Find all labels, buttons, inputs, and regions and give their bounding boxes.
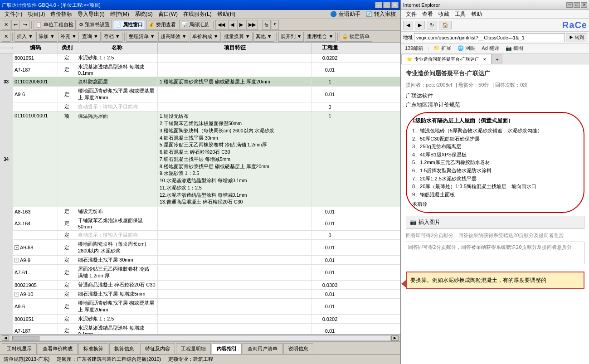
browser-menu-favorites[interactable]: 收藏 [436,10,452,19]
menu-window[interactable]: 窗口(W) [156,10,180,19]
menu-system[interactable]: 系统(S) [132,10,156,19]
menu-import-export[interactable]: 导入导出(I) [75,10,107,19]
table-row[interactable]: 8001651 定 水泥砂浆 1：2.5 0.0202 [0,315,400,324]
menu-file[interactable]: 文件(F) [2,10,25,19]
table-row[interactable]: A7-187 定 水泥基渗透结晶型涂料 每增减0.1mm 0.01 [0,63,400,77]
toolbar-redo-btn[interactable]: ↪ [21,20,29,30]
toolbar2-supplement-btn[interactable]: 补充 ▼ [58,32,79,42]
browser-close-btn[interactable]: ✕ [581,2,587,8]
toolbar2-batch-btn[interactable]: 批量换算 ▼ [222,32,253,42]
toolbar-formula-btn[interactable]: fx [262,20,271,30]
toolbar-prev-btn[interactable]: ◀ [228,20,236,30]
toolbar2-organize-btn[interactable]: 整理清单 ▼ [127,32,157,42]
table-row[interactable]: 34 011001001001 项 保温隔热屋面 1.铺设无纺布2.干铺聚苯乙烯… [0,112,400,207]
toolbar-paragraph-btn[interactable]: ¶ [272,20,279,30]
browser-menu-help[interactable]: 帮助 [468,10,485,19]
expand-icon[interactable]: + [15,245,19,250]
toolbar-next-btn[interactable]: ▶ [237,20,245,30]
table-row[interactable]: A9-6 定 楼地面沥青砂浆找平层 砌或硬基层上 厚度20mm 0.01 [0,299,400,315]
toolbar2-other-btn[interactable]: 其他 ▼ [253,32,274,42]
toolbar2-close-btn[interactable]: ✕ [2,32,10,42]
fav-item-email[interactable]: 139邮箱 [403,44,425,53]
table-row[interactable]: A9-6 定 楼地面沥青砂浆找平层 砌或硬基层上 厚度20mm 0.01 [0,87,400,102]
toolbar2-query-btn[interactable]: 查询 ▼ [80,32,101,42]
table-row[interactable]: 定 自动提示：请输入子目简称 0 [0,231,400,240]
scroll-right-btn[interactable]: ▶ [391,335,399,341]
table-row[interactable]: 8001651 定 水泥砂浆 1：2.5 0.0202 [0,53,400,63]
table-row[interactable]: 80021905 定 普通商品混凝土 碎石粒径20石 C30 0.0303 [0,281,400,290]
browser-refresh-btn[interactable]: ↻ [427,21,437,29]
toolbar-first-btn[interactable]: ◀◀ [215,20,227,30]
browser-back-btn[interactable]: ◀ [403,21,413,29]
table-row[interactable]: + A9-68 定 楼地面陶瓷块料（每块周长cm) 2600以内 水泥砂浆 0.… [0,240,400,256]
tab-content-guide[interactable]: 内容指引 [212,343,242,354]
table-row[interactable]: + A9-9 定 细石混凝土找平层 30mm 0.01 [0,256,400,265]
menu-help[interactable]: 帮助(H) [214,10,239,19]
browser-min-btn[interactable]: ─ [566,2,573,8]
toolbar2-expand-btn[interactable]: 展开到 ▼ [278,32,304,42]
toolbar2-height-btn[interactable]: 超高降效 ▼ [158,32,189,42]
menu-blue-assistant[interactable]: 🔵 蓝语助手 [327,10,363,19]
toolbar-fee-view-btn[interactable]: 💰 费用查看 [146,20,178,30]
table-row[interactable]: A3-164 定 干铺聚苯乙烯泡沫板屋面保温50mm 0.01 [0,216,400,231]
tab-query-list[interactable]: 查询用户清单 [243,343,282,354]
address-input[interactable] [414,33,565,42]
browser-max-btn[interactable]: □ [574,2,580,8]
table-row[interactable]: A7-61 定 屋面冷贴三元乙丙橡胶卷材 冷贴 满铺 1.2mm厚 0.01 [0,265,400,281]
toolbar-selfcheck-btn[interactable]: 📋 单位工程自检 [34,20,76,30]
table-row[interactable]: 33 011002006001 块料防腐面层 1.楼地面沥青砂浆找平层 砌或硬基… [0,77,400,87]
browser-menu-view[interactable]: 查看 [419,10,436,19]
fav-item-expand[interactable]: 📁 扩展 [432,44,453,53]
toolbar-close-btn[interactable]: ✕ [2,20,10,30]
tab-calc-info[interactable]: 换算信息 [109,343,139,354]
menu-project[interactable]: 项目(J) [25,10,48,19]
browser-tab-new[interactable]: + [492,54,502,64]
menu-price-index[interactable]: 造价指标 [48,10,75,19]
tab-unitprice-detail[interactable]: 查看单价构成 [38,343,78,354]
tab-description[interactable]: 说明信息 [283,343,313,354]
insert-image-btn[interactable]: 📷 插入图片 [406,216,584,229]
maximize-button[interactable]: □ [383,2,390,8]
table-row[interactable]: 定 自动提示：请输入子目简称 0 [0,102,400,112]
toolbar-property-window-btn[interactable]: 📄 属性窗口 [113,20,145,30]
toolbar-local-summary-btn[interactable]: 📊 局部汇总 [179,20,211,30]
browser-menu-file[interactable]: 文件 [403,10,419,19]
browser-menu-tools[interactable]: 工具 [452,10,468,19]
toolbar2-add-btn[interactable]: 添加 ▼ [36,32,57,42]
toolbar2-insert-btn[interactable]: 插入 ▼ [15,32,35,42]
fav-item-netiris[interactable]: 🌐 网眼 [456,44,477,53]
expand-icon[interactable]: + [15,258,19,262]
menu-online[interactable]: 在线服务(L) [180,10,214,19]
toolbar2-archive-btn[interactable]: 存档 ▼ [102,32,122,42]
tab-features[interactable]: 特征及内容 [140,343,175,354]
table-row[interactable]: A7-187 定 水泥基渗透结晶型涂料 每增减0.1mm 0.01 [0,324,400,334]
table-row[interactable]: + A9-10 定 细石混凝土找平层 每增减5mm 0.01 [0,290,400,299]
toolbar-last-btn[interactable]: ▶▶ [246,20,258,30]
scroll-thumb[interactable] [12,336,39,340]
toolbar-budget-setting-btn[interactable]: ⚙ 预算书设置 [77,20,112,30]
browser-home-btn[interactable]: 🏠 [439,21,452,29]
browser-tab-active[interactable]: ⭐ 专业造价问题答疑平台-广联达广 ✕ [401,54,492,64]
horizontal-scrollbar[interactable]: ◀ ▶ [0,334,400,341]
toolbar2-lock-btn[interactable]: 🔒 锁定清单 [340,32,372,42]
menu-transfer-audit[interactable]: 🔄 转入审核 [363,10,399,19]
scroll-left-btn[interactable]: ◀ [2,335,9,341]
menu-maintain[interactable]: 维护(M) [107,10,132,19]
toolbar2-reuse-btn[interactable]: 重用组合 ▼ [305,32,336,42]
close-button[interactable]: ✕ [391,2,399,8]
browser-forward-btn[interactable]: ▶ [415,21,425,29]
address-go-btn[interactable]: ▶ 转到 [566,33,587,42]
minimize-button[interactable]: ─ [375,2,382,8]
tab-standard-calc[interactable]: 标准换算 [78,343,108,354]
fav-item-translate[interactable]: Ad 翻译 [480,44,501,53]
toolbar-undo-btn[interactable]: ↩ [11,20,20,30]
expand-icon[interactable]: + [15,292,19,296]
toolbar2-unitprice-btn[interactable]: 单价构成 ▼ [190,32,221,42]
tab-close-icon[interactable]: ✕ [483,57,487,62]
cell-feature [158,299,312,314]
tab-qty-detail[interactable]: 工程量明细 [176,343,211,354]
tab-machinery[interactable]: 工料机显示 [2,343,37,354]
fav-item-screenshot[interactable]: 📷 截图 [504,44,525,53]
comment-input[interactable] [406,242,584,264]
table-row[interactable]: A8-163 定 铺设无纺布 0.01 [0,207,400,216]
